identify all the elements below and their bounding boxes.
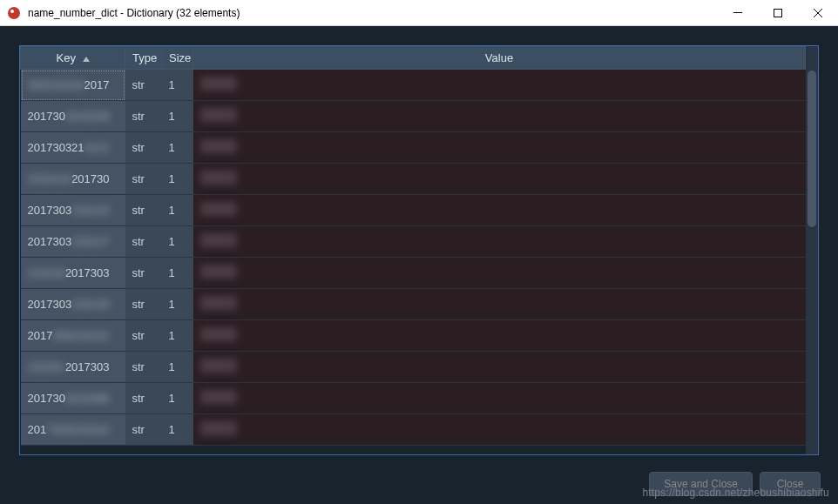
- key-visible-part: 2017303: [28, 298, 72, 311]
- value-redacted: [200, 233, 237, 247]
- maximize-icon: [774, 9, 782, 17]
- value-redacted: [200, 390, 237, 404]
- type-cell[interactable]: str: [125, 226, 162, 258]
- value-cell[interactable]: [193, 132, 806, 164]
- size-cell[interactable]: 1: [162, 289, 193, 320]
- key-visible-part: 2017303: [65, 360, 110, 373]
- key-cell[interactable]: 2017303210127: [21, 226, 125, 258]
- column-header-key[interactable]: Key: [21, 47, 125, 70]
- size-cell[interactable]: 1: [162, 258, 193, 289]
- type-cell[interactable]: str: [125, 70, 162, 101]
- type-cell[interactable]: str: [125, 164, 162, 195]
- type-cell[interactable]: str: [125, 132, 162, 164]
- table-row[interactable]: 2102012017303str1: [21, 352, 806, 383]
- table-row[interactable]: 2017303210123str1: [21, 195, 806, 226]
- key-redacted-part: 7303210310: [46, 423, 109, 436]
- type-cell[interactable]: str: [125, 320, 162, 352]
- value-cell[interactable]: [193, 289, 806, 320]
- table-row[interactable]: 2017303210129str1: [21, 289, 806, 320]
- table-row[interactable]: 3210116201730str1: [21, 164, 806, 195]
- key-visible-part: 2017: [84, 78, 110, 91]
- value-cell[interactable]: [193, 352, 806, 383]
- key-redacted-part: 303210104: [28, 78, 84, 91]
- size-cell[interactable]: 1: [162, 414, 193, 446]
- type-cell[interactable]: str: [125, 414, 162, 446]
- key-redacted-part: 3210306: [65, 392, 110, 405]
- key-cell[interactable]: 2017303210129: [21, 289, 125, 320]
- size-cell[interactable]: 1: [162, 383, 193, 414]
- value-cell[interactable]: [193, 383, 806, 414]
- watermark: https://blog.csdn.net/zhebushibiaoshifu: [642, 487, 829, 499]
- key-redacted-part: 210128: [28, 266, 65, 279]
- scrollbar-thumb[interactable]: [808, 71, 816, 227]
- table-row[interactable]: 3032101042017str1: [21, 70, 806, 101]
- sort-ascending-icon: [83, 57, 90, 62]
- column-header-value[interactable]: Value: [193, 47, 806, 70]
- key-visible-part: 2017: [28, 329, 53, 342]
- key-cell[interactable]: 2017303210108: [21, 101, 125, 132]
- close-button[interactable]: [798, 0, 838, 25]
- table-row[interactable]: 2017303210132str1: [21, 320, 806, 352]
- value-cell[interactable]: [193, 70, 806, 101]
- value-cell[interactable]: [193, 195, 806, 226]
- key-cell[interactable]: 2102012017303: [21, 352, 125, 383]
- titlebar: name_number_dict - Dictionary (32 elemen…: [0, 0, 838, 26]
- value-cell[interactable]: [193, 414, 806, 446]
- type-cell[interactable]: str: [125, 352, 162, 383]
- key-visible-part: 201730321: [28, 141, 84, 154]
- type-cell[interactable]: str: [125, 258, 162, 289]
- value-redacted: [200, 202, 237, 216]
- key-cell[interactable]: 3210116201730: [21, 164, 125, 195]
- value-cell[interactable]: [193, 320, 806, 352]
- value-cell[interactable]: [193, 101, 806, 132]
- size-cell[interactable]: 1: [162, 226, 193, 258]
- table-row[interactable]: 2017303210108str1: [21, 101, 806, 132]
- key-cell[interactable]: 2017303210132: [21, 320, 125, 352]
- value-redacted: [200, 265, 237, 279]
- vertical-scrollbar[interactable]: [806, 46, 818, 454]
- table-wrapper: Key Type Size Value 3032101042017str1201…: [19, 45, 819, 455]
- key-cell[interactable]: 3032101042017: [21, 70, 125, 101]
- column-header-type[interactable]: Type: [125, 47, 162, 70]
- size-cell[interactable]: 1: [162, 70, 193, 101]
- table-row[interactable]: 2017303210306str1: [21, 383, 806, 414]
- minimize-button[interactable]: [718, 0, 758, 25]
- size-cell[interactable]: 1: [162, 320, 193, 352]
- type-cell[interactable]: str: [125, 195, 162, 226]
- value-cell[interactable]: [193, 226, 806, 258]
- key-redacted-part: 0112: [84, 141, 110, 154]
- value-redacted: [200, 359, 237, 373]
- svg-rect-2: [733, 12, 742, 13]
- type-cell[interactable]: str: [125, 101, 162, 132]
- column-header-size[interactable]: Size: [162, 47, 193, 70]
- table-row[interactable]: 2017303210127str1: [21, 226, 806, 258]
- svg-point-0: [8, 7, 20, 19]
- window-controls: [718, 0, 838, 25]
- type-cell[interactable]: str: [125, 289, 162, 320]
- table-header-row: Key Type Size Value: [21, 47, 806, 70]
- key-cell[interactable]: 2017303210310: [21, 414, 125, 446]
- key-cell[interactable]: 2017303210306: [21, 383, 125, 414]
- value-redacted: [200, 421, 237, 435]
- key-visible-part: 201: [28, 423, 47, 436]
- key-redacted-part: 303210132: [52, 329, 109, 342]
- key-cell[interactable]: 2017303210123: [21, 195, 125, 226]
- key-visible-part: 201730: [28, 392, 65, 405]
- maximize-button[interactable]: [758, 0, 798, 25]
- value-cell[interactable]: [193, 164, 806, 195]
- table-row[interactable]: 2017303210112str1: [21, 132, 806, 164]
- size-cell[interactable]: 1: [162, 195, 193, 226]
- key-cell[interactable]: 2101282017303: [21, 258, 125, 289]
- key-cell[interactable]: 2017303210112: [21, 132, 125, 164]
- key-redacted-part: 3210108: [65, 110, 110, 123]
- size-cell[interactable]: 1: [162, 164, 193, 195]
- svg-rect-3: [774, 9, 782, 17]
- value-cell[interactable]: [193, 258, 806, 289]
- table-row[interactable]: 2017303210310str1: [21, 414, 806, 446]
- key-redacted-part: 210123: [71, 204, 109, 217]
- table-row[interactable]: 2101282017303str1: [21, 258, 806, 289]
- size-cell[interactable]: 1: [162, 101, 193, 132]
- size-cell[interactable]: 1: [162, 132, 193, 164]
- type-cell[interactable]: str: [125, 383, 162, 414]
- size-cell[interactable]: 1: [162, 352, 193, 383]
